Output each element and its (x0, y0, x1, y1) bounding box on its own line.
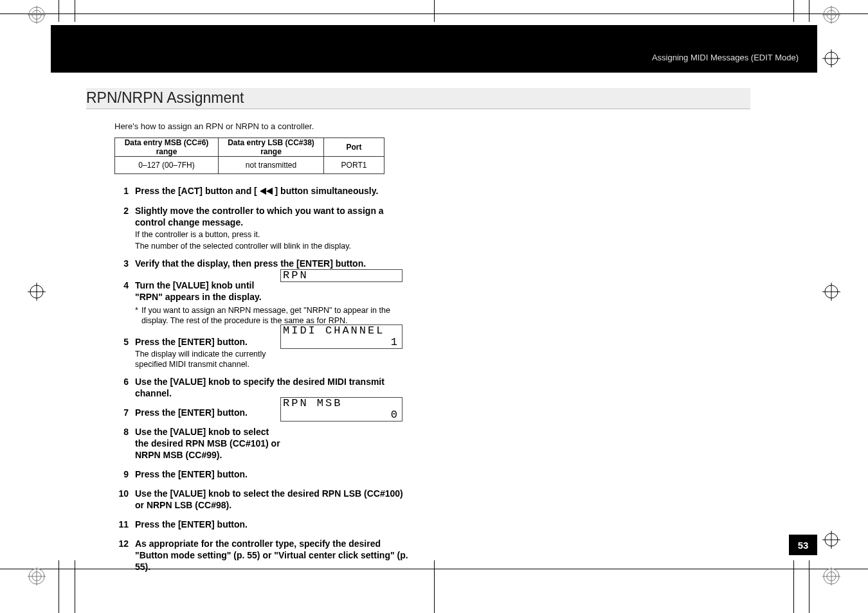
step-10: 10 Use the [VALUE] knob to select the de… (103, 488, 411, 512)
cell: PORT1 (324, 157, 384, 174)
registration-mark-icon (28, 283, 46, 301)
step-lead: Press the [ENTER] button. (135, 336, 270, 348)
crop-rule (793, 0, 794, 22)
procedure-steps: 1 Press the [ACT] button and [ ] button … (103, 185, 411, 580)
step-number: 6 (103, 376, 135, 400)
step-note: The display will indicate the currently … (135, 349, 270, 369)
registration-mark-icon (822, 567, 840, 585)
lcd-display-rpn: RPN (280, 269, 402, 282)
svg-marker-29 (266, 188, 273, 195)
registration-mark-icon (28, 567, 46, 585)
step-1: 1 Press the [ACT] button and [ ] button … (103, 185, 411, 199)
registration-mark-icon (822, 531, 840, 549)
step-number: 1 (103, 185, 135, 199)
step-note: If you want to assign an NRPN message, g… (141, 305, 411, 326)
lcd-line: 1 (281, 337, 402, 348)
col-header: Data entry MSB (CC#6) range (115, 138, 219, 157)
lcd-display-midi-channel: MIDI CHANNEL 1 (280, 324, 402, 349)
step-9: 9 Press the [ENTER] button. (103, 468, 411, 481)
range-table: Data entry MSB (CC#6) range Data entry L… (114, 138, 384, 174)
rewind-icon (260, 186, 273, 197)
step-number: 3 (103, 258, 135, 271)
step-lead: Turn the [VALUE] knob until "RPN" appear… (135, 280, 283, 303)
step-number: 11 (103, 519, 135, 531)
step-12: 12 As appropriate for the controller typ… (103, 538, 411, 574)
registration-mark-icon (28, 6, 46, 24)
table-row: Data entry MSB (CC#6) range Data entry L… (115, 138, 384, 157)
manual-page: Assigning MIDI Messages (EDIT Mode) RPN/… (0, 0, 868, 613)
step-note: The number of the selected controller wi… (135, 241, 411, 251)
step-lead: As appropriate for the controller type, … (135, 538, 411, 573)
step-number: 10 (103, 488, 135, 512)
registration-mark-icon (822, 6, 840, 24)
step-lead: Verify that the display, then press the … (135, 258, 411, 269)
step-number: 2 (103, 205, 135, 251)
crop-rule (793, 560, 794, 613)
text: ] button simultaneously. (275, 186, 379, 196)
step-number: 12 (103, 538, 135, 574)
intro-text: Here's how to assign an RPN or NRPN to a… (114, 121, 314, 131)
registration-mark-icon (822, 49, 840, 67)
text: Press the [ACT] button and [ (135, 186, 260, 196)
step-lead: Slightly move the controller to which yo… (135, 205, 411, 228)
step-number: 8 (103, 426, 135, 462)
step-2: 2 Slightly move the controller to which … (103, 205, 411, 251)
step-lead: Use the [VALUE] knob to select the desir… (135, 488, 411, 511)
step-lead: Press the [ACT] button and [ ] button si… (135, 185, 411, 197)
crop-rule (59, 560, 59, 613)
page-header-bar: Assigning MIDI Messages (EDIT Mode) (51, 25, 817, 73)
cell: 0–127 (00–7FH) (115, 157, 219, 174)
breadcrumb: Assigning MIDI Messages (EDIT Mode) (652, 53, 799, 62)
step-lead: Use the [VALUE] knob to specify the desi… (135, 376, 411, 399)
table-row: 0–127 (00–7FH) not transmitted PORT1 (115, 157, 384, 174)
lcd-line: 0 (281, 409, 402, 421)
step-number: 5 (103, 336, 135, 369)
lcd-line: RPN (281, 270, 402, 281)
lcd-display-rpn-msb: RPN MSB 0 (280, 397, 402, 422)
crop-rule (809, 0, 809, 22)
step-number: 7 (103, 407, 135, 420)
step-lead: Press the [ENTER] button. (135, 519, 411, 530)
col-header: Data entry LSB (CC#38) range (219, 138, 324, 157)
asterisk: * (135, 305, 141, 326)
crop-rule (809, 560, 809, 613)
col-header: Port (324, 138, 384, 157)
step-note: If the controller is a button, press it. (135, 229, 411, 240)
step-8: 8 Use the [VALUE] knob to select the des… (103, 426, 411, 462)
step-lead: Press the [ENTER] button. (135, 468, 411, 480)
cell: not transmitted (219, 157, 324, 174)
step-4: 4 Turn the [VALUE] knob until "RPN" appe… (103, 280, 411, 326)
crop-cross-icon (428, 0, 440, 22)
svg-marker-28 (260, 188, 266, 195)
lcd-line: RPN MSB (281, 398, 402, 409)
step-number: 9 (103, 468, 135, 481)
section-heading: RPN/NRPN Assignment (86, 88, 750, 109)
crop-rule (75, 560, 75, 613)
page-number: 53 (789, 535, 817, 555)
section-title: RPN/NRPN Assignment (86, 89, 244, 107)
step-number: 4 (103, 280, 135, 326)
step-11: 11 Press the [ENTER] button. (103, 519, 411, 531)
crop-rule (59, 0, 59, 22)
registration-mark-icon (822, 283, 840, 301)
crop-cross-icon (428, 560, 440, 613)
lcd-line: MIDI CHANNEL (281, 325, 402, 337)
crop-rule (75, 0, 75, 22)
step-lead: Use the [VALUE] knob to select the desir… (135, 426, 283, 461)
